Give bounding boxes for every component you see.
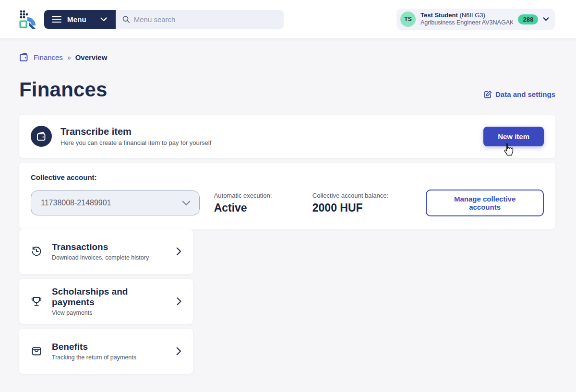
breadcrumb: Finances » Overview <box>19 53 555 62</box>
breadcrumb-separator: » <box>67 54 71 61</box>
page-title: Finances <box>19 78 108 101</box>
transcribe-wallet-icon <box>31 126 52 147</box>
user-menu[interactable]: TS Test Student (N6ILG3) Agribusiness En… <box>396 9 555 30</box>
scholarships-title: Scholarships and payments <box>52 286 167 308</box>
main-content: Finances » Overview Finances Data and se… <box>0 53 576 374</box>
chevron-down-icon <box>100 17 107 22</box>
menu-search-group: Menu <box>44 10 284 29</box>
benefits-subtitle: Tracking the return of payments <box>52 354 136 361</box>
scholarships-card[interactable]: Scholarships and payments View payments <box>19 279 193 324</box>
scholarships-text: Scholarships and payments View payments <box>52 286 167 316</box>
manage-collective-accounts-button[interactable]: Manage collective accounts <box>426 190 544 216</box>
automatic-execution-stat: Automatic execution: Active <box>214 192 312 214</box>
account-balance-stat: Collective account balance: 2000 HUF <box>312 192 426 214</box>
menu-search-field[interactable] <box>116 10 284 29</box>
menu-button-label: Menu <box>67 15 86 24</box>
transactions-subtitle: Download invoices, complete history <box>52 254 149 261</box>
scholarships-subtitle: View payments <box>52 309 167 316</box>
transactions-card[interactable]: Transactions Download invoices, complete… <box>19 229 193 274</box>
top-bar: Menu TS Test Student (N6ILG3) Agribusine… <box>0 0 576 38</box>
collective-account-select[interactable]: 11738008-21489901 <box>31 190 200 215</box>
selected-account-value: 11738008-21489901 <box>41 199 111 207</box>
benefits-card[interactable]: Benefits Tracking the return of payments <box>19 329 193 374</box>
new-item-button[interactable]: New item <box>483 127 544 146</box>
history-icon <box>31 246 42 257</box>
collective-account-card: Collective account: 11738008-21489901 Au… <box>19 163 555 229</box>
transcribe-item-card: Transcribe item Here you can create a fi… <box>19 115 555 158</box>
menu-search-input[interactable] <box>134 15 277 24</box>
benefits-text: Benefits Tracking the return of payments <box>52 342 136 361</box>
collective-account-row: 11738008-21489901 Automatic execution: A… <box>31 190 544 216</box>
search-icon <box>122 15 130 24</box>
user-program: Agribusiness Engineer AV3NAGAK/2A ... <box>420 19 513 27</box>
chevron-right-icon <box>176 347 181 356</box>
transactions-text: Transactions Download invoices, complete… <box>52 242 149 261</box>
data-and-settings-label: Data and settings <box>495 90 555 98</box>
wallet-icon <box>31 345 42 357</box>
data-and-settings-link[interactable]: Data and settings <box>484 90 555 98</box>
trophy-icon <box>31 296 42 307</box>
notification-badge: 288 <box>518 14 538 24</box>
benefits-title: Benefits <box>52 342 136 352</box>
breadcrumb-current: Overview <box>75 53 108 61</box>
breadcrumb-link-finances[interactable]: Finances <box>34 53 63 61</box>
automatic-execution-value: Active <box>214 202 312 214</box>
transcribe-subtitle: Here you can create a financial item to … <box>60 139 211 146</box>
account-balance-label: Collective account balance: <box>312 192 426 199</box>
account-balance-value: 2000 HUF <box>312 202 426 214</box>
chevron-down-icon <box>543 17 549 22</box>
avatar: TS <box>400 12 416 27</box>
menu-button[interactable]: Menu <box>44 10 116 29</box>
title-row: Finances Data and settings <box>19 78 555 101</box>
wallet-icon <box>19 53 29 62</box>
hamburger-icon <box>52 16 61 23</box>
collective-account-label: Collective account: <box>31 173 544 181</box>
automatic-execution-label: Automatic execution: <box>214 192 312 199</box>
user-code: (N6ILG3) <box>459 12 485 19</box>
chevron-down-icon <box>182 201 191 206</box>
edit-icon <box>484 90 492 98</box>
chevron-right-icon <box>176 247 181 256</box>
transactions-title: Transactions <box>52 242 149 252</box>
transcribe-text: Transcribe item Here you can create a fi… <box>60 126 211 146</box>
user-name: Test Student <box>420 12 458 19</box>
user-info: Test Student (N6ILG3) Agribusiness Engin… <box>420 12 513 27</box>
app-logo-icon <box>19 9 37 30</box>
chevron-right-icon <box>177 297 181 306</box>
transcribe-title: Transcribe item <box>60 126 211 137</box>
